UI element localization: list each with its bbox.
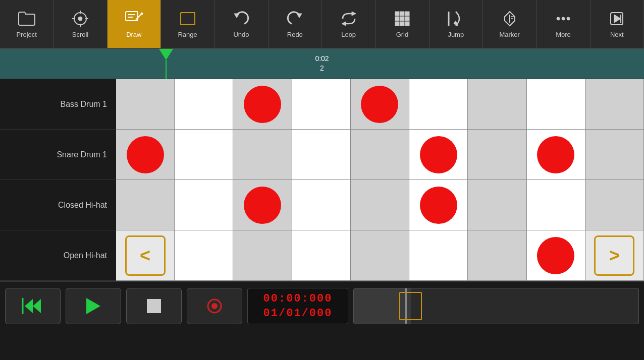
marker-icon [501,10,519,28]
svg-point-10 [141,13,143,15]
playhead-line [166,60,167,79]
range-button[interactable]: Range [161,0,214,48]
svg-rect-20 [395,17,399,21]
note-dot [127,136,164,173]
grid-row-closed-hihat [116,180,644,230]
grid-cell[interactable] [527,79,585,129]
grid-cell[interactable] [409,230,468,280]
grid-cell[interactable] [175,230,233,280]
jump-button[interactable]: Jump [430,0,483,48]
draw-button[interactable]: Draw [108,0,161,48]
nav-left-button[interactable]: < [125,235,166,276]
timeline-time: 0:02 [315,54,329,64]
grid-cell[interactable] [116,79,175,129]
grid-cell[interactable] [409,180,468,230]
stop-button[interactable] [126,288,182,324]
scroll-button[interactable]: Scroll [53,0,107,48]
grid-row-snare-drum [116,130,644,180]
svg-point-32 [557,17,560,20]
time-line-2: 01/01/000 [263,307,333,320]
grid-button[interactable]: Grid [375,0,429,48]
nav-right-cell[interactable]: > [585,230,644,280]
grid-cell[interactable] [527,130,585,179]
svg-rect-21 [400,17,404,21]
next-icon [608,10,626,28]
grid-cell[interactable] [292,130,351,179]
time-display: 00:00:000 01/01/000 [247,288,348,324]
grid-scroll[interactable]: < > [116,79,644,281]
svg-marker-13 [234,14,239,18]
grid-cell[interactable] [175,79,233,129]
grid-cell[interactable] [233,230,292,280]
grid-cell[interactable] [527,180,585,230]
svg-rect-42 [147,299,161,313]
scroll-icon [71,10,89,28]
next-button[interactable]: Next [591,0,644,48]
range-icon [179,10,197,28]
progress-range-marker [399,292,422,320]
nav-left-cell[interactable]: < [116,230,175,280]
loop-button[interactable]: Loop [322,0,375,48]
note-dot [537,136,574,173]
svg-marker-36 [614,15,621,23]
grid-cell[interactable] [233,180,292,230]
grid-cell[interactable] [351,230,409,280]
marker-button[interactable]: Marker [483,0,536,48]
track-labels: Bass Drum 1 Snare Drum 1 Closed Hi-hat O… [0,79,116,281]
svg-marker-15 [352,12,356,16]
svg-marker-40 [33,299,41,313]
progress-bar[interactable] [353,288,639,324]
svg-rect-11 [181,13,195,25]
svg-rect-19 [405,12,409,16]
grid-icon [393,10,411,28]
project-button[interactable]: Project [0,0,53,48]
folder-icon [18,10,36,28]
redo-button[interactable]: Redo [269,0,322,48]
note-dot [420,187,457,224]
note-dot [537,237,574,274]
grid-row-open-hihat: < > [116,230,644,281]
grid-cell[interactable] [233,130,292,179]
grid-cell[interactable] [292,180,351,230]
track-label-bass-drum: Bass Drum 1 [0,79,116,130]
record-button[interactable] [187,288,242,324]
grid-cell[interactable] [233,79,292,129]
grid-cell[interactable] [175,180,233,230]
grid-cell[interactable] [585,130,644,179]
nav-right-button[interactable]: > [594,235,634,276]
grid-cell[interactable] [175,130,233,179]
svg-rect-18 [400,12,404,16]
svg-rect-17 [395,12,399,16]
svg-rect-23 [395,22,399,26]
grid-cell[interactable] [468,79,526,129]
more-icon [554,10,572,28]
note-dot [361,86,398,123]
grid-cell[interactable] [116,130,175,179]
undo-button[interactable]: Undo [214,0,268,48]
grid-cell[interactable] [527,230,585,280]
grid-cell[interactable] [585,180,644,230]
note-dot [420,136,457,173]
timeline: 0:02 2 [0,49,644,79]
grid-cell[interactable] [351,180,409,230]
svg-rect-22 [405,17,409,21]
grid-cell[interactable] [585,79,644,129]
grid-cell[interactable] [292,79,351,129]
grid-cell[interactable] [292,230,351,280]
loop-icon [340,10,358,28]
grid-cell[interactable] [116,180,175,230]
grid-cell[interactable] [468,230,526,280]
grid-cell[interactable] [468,130,526,179]
grid-cell[interactable] [351,130,409,179]
grid-cell[interactable] [351,79,409,129]
restart-play-button[interactable] [5,288,61,324]
play-button[interactable] [66,288,121,324]
note-dot [244,86,281,123]
grid-cell[interactable] [409,79,468,129]
svg-rect-24 [400,22,404,26]
grid-cell[interactable] [468,180,526,230]
svg-point-1 [78,17,82,21]
more-button[interactable]: More [536,0,590,48]
grid-cell[interactable] [409,130,468,179]
timeline-beat: 2 [320,64,324,74]
